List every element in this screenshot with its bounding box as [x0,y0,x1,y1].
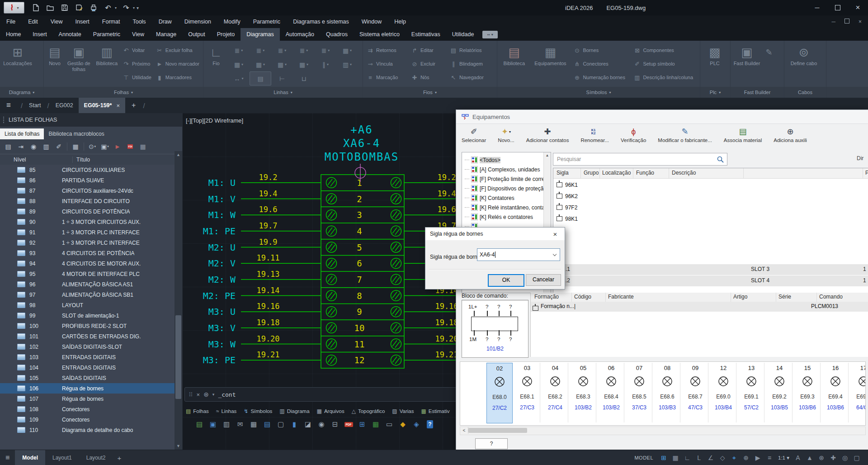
sheet-row[interactable]: 87CIRCUITOS auxiliares-24Vdc [0,185,175,196]
column-descricao[interactable]: Descrição [672,170,696,176]
menu-tools[interactable]: Tools [126,15,152,28]
biblioteca-button[interactable]: ▥Biblioteca [94,43,120,66]
viewport-tab-linhas[interactable]: ≈Linhas [216,408,236,414]
grid-icon[interactable]: ⊞ [658,452,669,463]
menu-help[interactable]: Help [388,15,412,28]
viewport-tab-varias[interactable]: ▨Varias [392,408,414,414]
annotation-icon[interactable]: A [793,452,803,463]
fio-button[interactable]: ∟Fio [205,43,227,66]
sheet-row[interactable]: 105SAÍDAS DIGITAIS [0,373,175,383]
new-sheet-icon[interactable]: ▤ [4,142,13,151]
combobox-dropdown-icon[interactable] [552,251,558,258]
hatch-line5-button[interactable]: ▦▾ [293,57,315,71]
column-codigo[interactable]: Código [574,294,591,300]
sheet-row[interactable]: 944 CIRCUITOS DE MOTOR AUX. [0,258,175,269]
undo-arrow-icon[interactable]: ▾ [115,6,117,10]
sheet-row[interactable]: 96ALIMENTAÇÃO BÁSICA AS1 [0,279,175,289]
lineweight-icon[interactable]: ≡ [764,452,775,463]
menu-format[interactable]: Format [96,15,127,28]
translate-icon[interactable]: ► [113,142,122,151]
equipamentos-button[interactable]: ▦Equipamentos [530,43,571,66]
viewport-tab-folhas[interactable]: ▤Folhas [186,408,209,414]
strip-cell[interactable]: 16E69.4103/B6 [823,363,849,422]
strip-scroll-thumb[interactable] [468,428,527,433]
numeracao-bornes-button[interactable]: ⊕Numeração bornes [571,71,631,84]
tree-item[interactable]: [K] Contatores [462,193,551,203]
settings-icon[interactable]: ⊛ [816,452,827,463]
strip-cell[interactable]: 05E68.3103/B2 [571,363,596,422]
layers-icon[interactable]: ⊟ [330,419,340,429]
ribbon-tab-parametric[interactable]: Parametric [87,28,126,41]
dialog-close-icon[interactable]: × [546,228,565,240]
layout-menu-icon[interactable]: ≡ [5,454,9,462]
search-box[interactable]: Pesquisar [553,153,727,166]
hatch-line2-button[interactable]: ▦▾ [228,57,250,71]
ribbon-tab-manage[interactable]: Manage [150,28,182,41]
close-button[interactable]: × [848,0,868,15]
sheet-row[interactable]: 102SAÍDAS DIGITAIS-SLOT [0,342,175,352]
tab-biblioteca-macroblocos[interactable]: Biblioteca macroblocos [44,128,108,139]
column-p[interactable]: P [865,170,868,176]
pattern-button[interactable]: ▥▾ [336,57,358,71]
sheet-row[interactable]: 954 MOTOR DE INTERFACE PLC [0,269,175,279]
scroll-down-icon[interactable]: ▼ [176,442,180,450]
tree-item[interactable]: [K] Relés e contatores [462,212,551,222]
menu-draw[interactable]: Draw [152,15,178,28]
viewport-tab-s-mbolos[interactable]: ↯Símbolos [244,408,272,414]
components-icon[interactable]: ▦ [138,142,147,151]
doc-close-button[interactable]: × [859,19,862,25]
renomear-button[interactable]: K1 K2Renomear... [580,126,609,143]
sheet-row[interactable]: 100PROFIBUS REDE-2 SLOT [0,321,175,331]
cross-reference-link[interactable]: 103/B6 [823,404,848,411]
panel-header[interactable]: LISTA DE FOLHAS [0,113,182,127]
sheet-row[interactable]: 911 ÷ 3 MOTOR PLC INTERFACE [0,227,175,237]
pdf-icon[interactable]: PDF [344,419,354,429]
strip-cell[interactable]: 09E68.747/C3 [683,363,708,422]
sheet-row[interactable]: 107Régua de bornes [0,394,175,404]
scroll-left-icon[interactable]: < [460,427,468,434]
simbolos-biblioteca-button[interactable]: ▤Biblioteca [499,43,529,66]
associa-material-button[interactable]: ▤Associa material [724,126,762,143]
editar-button[interactable]: ↱Editar [409,43,447,57]
ribbon-tab-home[interactable]: Home [0,28,27,41]
insert-sheet-icon[interactable]: ⇥ [16,142,25,151]
bornes-button[interactable]: ⊙Bornes [571,43,631,57]
mail-icon[interactable]: ✉ [235,419,245,429]
fdi-icon[interactable]: FDI [126,142,135,151]
tab-lista-de-folhas[interactable]: Lista de folhas [0,128,44,139]
equipment-row[interactable]: 96K2 [553,190,868,202]
panel-grip-icon[interactable] [3,116,5,123]
strip-cell[interactable]: 13E69.157/C2 [739,363,764,422]
blindagem-button[interactable]: ∥Blindagem [448,57,495,71]
isolate-icon[interactable]: ◎ [840,452,850,463]
minimize-button[interactable]: ─ [807,0,827,15]
sheet-row[interactable]: 109Conectores [0,414,175,425]
cross-reference-link[interactable]: 37/C3 [627,404,652,411]
menu-dimension[interactable]: Dimension [178,15,217,28]
tree-item[interactable]: [F] Proteção limite de corre [462,174,551,184]
sheet-row[interactable]: 99SLOT de alimentação-1 [0,310,175,321]
cross-reference-link[interactable]: 103/B2 [599,404,624,411]
modificar-o-fabricante-button[interactable]: ✎Modificar o fabricante... [658,126,712,143]
retornos-button[interactable]: ⇉Retornos [365,43,408,57]
new-icon[interactable] [31,3,41,13]
osnap-icon[interactable]: ⌖ [729,452,740,463]
descricao-linha-coluna-button[interactable]: ▥Descrição linha/coluna [632,71,698,84]
group-label-fast-builder[interactable]: Fast Builder [731,87,784,98]
dynamic-input-icon[interactable]: ▶ [752,452,763,463]
componentes-button[interactable]: ⊠Componentes [632,43,698,57]
viewport-tab-arquivos[interactable]: ▦Arquivos [317,408,344,414]
slot-row[interactable]: .1 SLOT 3 1 [553,264,868,275]
column-fabricante[interactable]: Fabricante [608,294,634,300]
tab-start[interactable]: Start [26,102,43,109]
command-input[interactable]: _cont [218,391,236,398]
menu-view[interactable]: View [44,15,69,28]
column-serie[interactable]: Série [778,294,791,300]
marcacao-button[interactable]: ≡Marcação [365,71,408,84]
column-grupo[interactable]: Grupo [584,170,599,176]
print-icon[interactable]: ▥ [222,419,231,429]
combobox-value[interactable]: XA6-4 [477,251,495,258]
new-layout-button[interactable]: + [113,454,126,462]
group-label-fios[interactable]: Fios▾ [363,87,497,98]
leaf-icon[interactable]: ▤ [194,419,204,429]
